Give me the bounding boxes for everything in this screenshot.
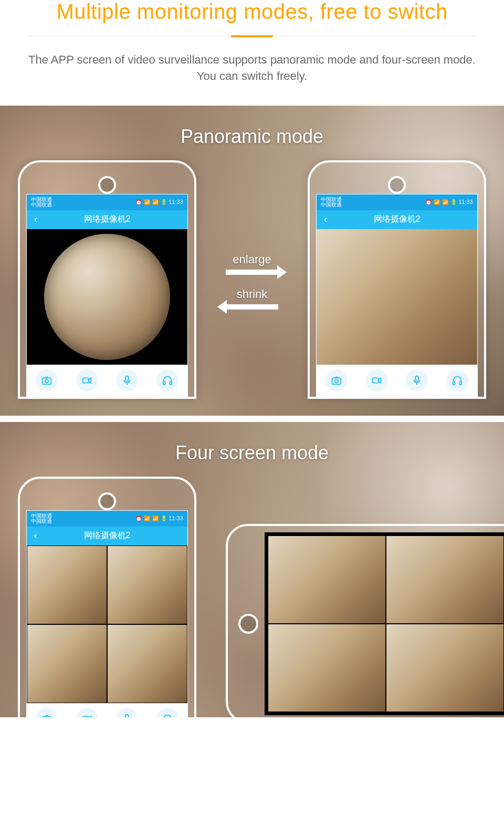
svg-rect-11 xyxy=(459,381,461,384)
svg-point-7 xyxy=(335,379,338,383)
back-button[interactable]: ‹ xyxy=(27,530,45,541)
svg-rect-4 xyxy=(163,381,165,384)
svg-point-1 xyxy=(45,379,48,383)
app-bar: ‹ 网络摄像机2 xyxy=(317,210,477,229)
camera-icon xyxy=(41,713,52,717)
snapshot-button[interactable] xyxy=(36,708,58,717)
headphones-icon xyxy=(162,713,173,717)
back-button[interactable]: ‹ xyxy=(317,214,334,225)
video-view-quad-landscape[interactable] xyxy=(265,532,504,715)
section-gap xyxy=(0,416,504,422)
header: Multiple monitoring modes, free to switc… xyxy=(0,0,504,106)
svg-rect-10 xyxy=(453,381,455,384)
audio-button[interactable] xyxy=(156,369,178,391)
camera-feed[interactable] xyxy=(386,535,504,624)
four-screen-section: Four screen mode 中国联通 中国联通 ⏰ 📶 📶 🔋 11:33… xyxy=(0,422,504,717)
svg-rect-9 xyxy=(416,376,419,381)
audio-button[interactable] xyxy=(156,708,178,717)
arrow-left-icon xyxy=(226,304,278,310)
app-title: 网络摄像机2 xyxy=(27,530,187,541)
video-icon xyxy=(81,375,93,386)
camera-icon xyxy=(331,375,342,386)
divider xyxy=(26,35,478,37)
audio-button[interactable] xyxy=(446,369,468,391)
app-bar: ‹ 网络摄像机2 xyxy=(27,210,187,229)
section-label-fourscreen: Four screen mode xyxy=(0,422,504,464)
camera-feed[interactable] xyxy=(107,545,187,624)
svg-rect-6 xyxy=(332,378,341,384)
status-icons: ⏰ 📶 📶 🔋 11:33 xyxy=(425,199,473,205)
page-title: Multiple monitoring modes, free to switc… xyxy=(26,0,478,24)
phone-home-button xyxy=(238,614,258,634)
status-bar: 中国联通 中国联通 ⏰ 📶 📶 🔋 11:33 xyxy=(317,194,477,210)
enlarge-shrink-arrows: enlarge shrink xyxy=(215,253,289,322)
mic-icon xyxy=(121,375,133,386)
svg-rect-2 xyxy=(83,378,89,383)
headphones-icon xyxy=(452,375,463,386)
app-screen: 中国联通 中国联通 ⏰ 📶 📶 🔋 11:33 ‹ 网络摄像机2 xyxy=(316,194,478,397)
status-icons: ⏰ 📶 📶 🔋 11:33 xyxy=(135,516,183,521)
mic-button[interactable] xyxy=(406,369,428,391)
record-button[interactable] xyxy=(76,708,98,717)
headphones-icon xyxy=(162,375,173,386)
phone-speaker xyxy=(388,176,406,194)
camera-feed xyxy=(317,229,477,365)
status-bar: 中国联通 中国联通 ⏰ 📶 📶 🔋 11:33 xyxy=(27,194,187,210)
app-screen: 中国联通 中国联通 ⏰ 📶 📶 🔋 11:33 ‹ 网络摄像机2 xyxy=(26,194,188,397)
video-icon xyxy=(371,375,383,386)
panoramic-section: Panoramic mode 中国联通 中国联通 ⏰ 📶 📶 🔋 11:33 ‹… xyxy=(0,106,504,416)
section-label-panoramic: Panoramic mode xyxy=(0,106,504,148)
enlarge-label: enlarge xyxy=(215,253,289,266)
arrow-right-icon xyxy=(226,270,278,275)
app-title: 网络摄像机2 xyxy=(317,214,477,225)
svg-rect-0 xyxy=(43,378,51,384)
phone-speaker xyxy=(98,492,116,510)
svg-rect-3 xyxy=(126,376,129,381)
carrier-label: 中国联通 xyxy=(31,202,52,208)
toolbar xyxy=(27,703,187,717)
video-icon xyxy=(81,713,93,717)
mic-button[interactable] xyxy=(116,369,138,391)
page-subtitle: The APP screen of video surveillance sup… xyxy=(26,52,478,85)
mic-icon xyxy=(411,375,423,386)
camera-feed[interactable] xyxy=(386,624,504,712)
back-button[interactable]: ‹ xyxy=(27,214,45,225)
snapshot-button[interactable] xyxy=(326,369,348,391)
toolbar xyxy=(27,365,187,396)
quad-grid xyxy=(27,545,187,703)
video-view-fisheye[interactable] xyxy=(27,229,187,365)
phone-mock-left: 中国联通 中国联通 ⏰ 📶 📶 🔋 11:33 ‹ 网络摄像机2 xyxy=(18,160,196,399)
svg-rect-12 xyxy=(43,716,51,717)
camera-feed[interactable] xyxy=(268,624,386,712)
svg-rect-5 xyxy=(170,381,172,384)
app-screen: 中国联通 中国联通 ⏰ 📶 📶 🔋 11:33 ‹ 网络摄像机2 xyxy=(26,510,188,717)
camera-feed[interactable] xyxy=(27,624,107,703)
snapshot-button[interactable] xyxy=(36,369,58,391)
toolbar xyxy=(317,365,477,396)
svg-rect-8 xyxy=(373,378,379,383)
carrier-label: 中国联通 xyxy=(31,519,52,524)
app-title: 网络摄像机2 xyxy=(27,214,187,225)
quad-grid xyxy=(268,535,504,712)
svg-rect-15 xyxy=(126,714,129,717)
phone-speaker xyxy=(98,176,116,194)
record-button[interactable] xyxy=(366,369,388,391)
video-view-quad[interactable] xyxy=(27,545,187,703)
carrier-label: 中国联通 xyxy=(321,202,342,208)
mic-button[interactable] xyxy=(116,708,138,717)
camera-icon xyxy=(41,375,52,386)
record-button[interactable] xyxy=(76,369,98,391)
app-bar: ‹ 网络摄像机2 xyxy=(27,527,187,545)
camera-feed[interactable] xyxy=(107,624,187,703)
svg-rect-14 xyxy=(83,716,89,717)
camera-feed[interactable] xyxy=(27,545,107,624)
mic-icon xyxy=(121,713,133,717)
status-icons: ⏰ 📶 📶 🔋 11:33 xyxy=(135,199,183,205)
camera-feed[interactable] xyxy=(268,535,386,624)
video-view-dewarped[interactable] xyxy=(317,229,477,365)
phone-mock-landscape xyxy=(226,524,504,717)
shrink-label: shrink xyxy=(215,287,289,301)
status-bar: 中国联通 中国联通 ⏰ 📶 📶 🔋 11:33 xyxy=(27,511,187,527)
phone-mock-portrait: 中国联通 中国联通 ⏰ 📶 📶 🔋 11:33 ‹ 网络摄像机2 xyxy=(18,477,196,717)
phone-mock-right: 中国联通 中国联通 ⏰ 📶 📶 🔋 11:33 ‹ 网络摄像机2 xyxy=(308,160,486,399)
